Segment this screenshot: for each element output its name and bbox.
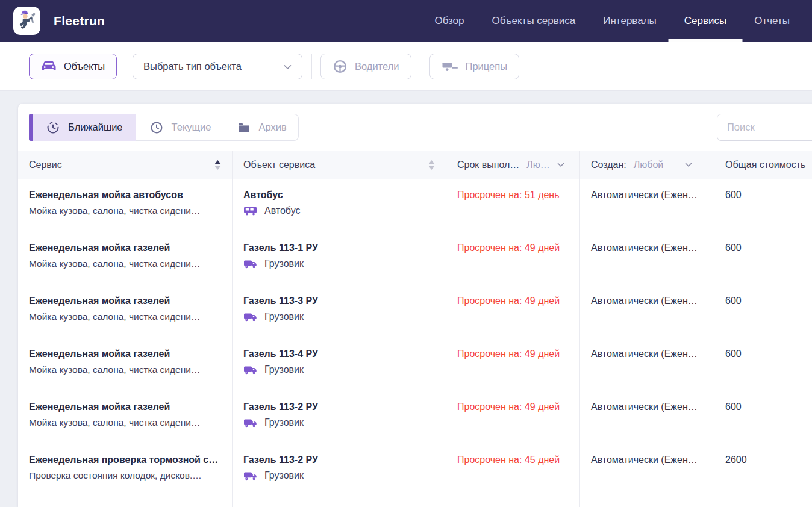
app-title: Fleetrun [54,14,105,28]
truck-icon [243,364,258,375]
main-navigation: Обзор Объекты сервиса Интервалы Сервисы … [420,0,812,42]
object-name: Газель 113-2 РУ [243,455,435,465]
truck-icon [243,417,258,428]
object-name: Газель 113-2 РУ [243,402,435,412]
object-type-select-value: Выбрать тип объекта [143,61,242,72]
service-title: Еженедельная мойка газелей [29,243,221,254]
service-description: Проверка состояния колодок, дисков.… [29,470,221,481]
cost-value: 600 [725,296,742,306]
table-header: Сервис Объект сервиса Срок выпол… Лю… Со… [18,151,812,179]
truck-icon [243,311,258,322]
chevron-down-icon [284,61,292,72]
service-cell: Еженедельная мойка газелей Мойка кузова,… [18,232,232,285]
due-date-cell: Просрочен на: 49 дней [446,338,579,391]
service-description: Мойка кузова, салона, чистка сидени… [29,311,221,322]
nav-item-reports[interactable]: Отчеты [740,0,804,42]
steering-wheel-icon [333,59,348,74]
trailer-icon [442,60,458,72]
created-cell: Автоматически (Ежен… [579,391,714,444]
object-type-label: Грузовик [264,417,304,428]
table-row[interactable]: Еженедельная мойка газелей Мойка кузова,… [18,285,812,338]
card-toolbar: Ближайшие Текущие Архив [18,104,812,151]
due-filter-value: Лю… [526,160,550,170]
column-label: Создан: [591,160,626,170]
tab-upcoming[interactable]: Ближайшие [33,114,136,141]
car-icon [41,60,57,72]
nav-item-service-objects[interactable]: Объекты сервиса [478,0,590,42]
created-cell: Автоматически (Ежен… [579,232,714,285]
sort-icon [214,160,221,170]
service-title: Еженедельная мойка газелей [29,349,221,359]
object-type-label: Автобус [264,205,301,216]
created-value: Автоматически (Ежен… [591,349,698,359]
nav-item-intervals[interactable]: Интервалы [589,0,670,42]
created-value: Автоматически (Ежен… [591,296,698,306]
table-row[interactable]: Еженедельная мойка автобусов Мойка кузов… [18,179,812,232]
history-clock-icon [46,120,60,135]
due-date-cell: Просрочен на: 45 дней [446,444,579,497]
created-cell: Автоматически (Ежен… [579,338,714,391]
column-label: Общая стоимость [725,160,805,170]
service-description: Мойка кузова, салона, чистка сидени… [29,258,221,269]
column-header-service-object[interactable]: Объект сервиса [232,151,446,179]
service-title: Еженедельная мойка автобусов [29,190,221,201]
due-date-cell: Просрочен на: 49 дней [446,391,579,444]
tab-archive[interactable]: Архив [225,114,299,141]
created-filter-value: Любой [634,160,664,170]
clock-icon [149,120,164,135]
nav-item-overview[interactable]: Обзор [420,0,478,42]
column-header-created[interactable]: Создан: Любой [579,151,714,179]
tab-current[interactable]: Текущие [136,114,225,141]
top-navbar: Fleetrun Обзор Объекты сервиса Интервалы… [0,0,812,42]
chevron-down-icon[interactable] [685,163,692,167]
due-date-cell: Просрочен на: 49 дней [446,232,579,285]
service-object-cell: Газель 113-1 РУ Грузовик [232,232,446,285]
cost-value: 2600 [725,455,747,465]
search-input[interactable] [717,114,812,141]
service-cell: Еженедельная мойка газелей Мойка кузова,… [18,285,232,338]
table-row[interactable]: Еженедельная мойка газелей Мойка кузова,… [18,232,812,285]
service-cell: Еженедельная мойка газелей Мойка кузова,… [18,338,232,391]
cost-value: 600 [725,243,742,253]
service-cell: Еженедельная мойка автобусов Мойка кузов… [18,179,232,232]
filter-divider [311,54,312,79]
table-row[interactable]: Еженедельная мойка газелей Мойка кузова,… [18,391,812,444]
chevron-down-icon[interactable] [557,163,564,167]
tab-current-label: Текущие [172,122,211,133]
service-object-cell: Газель 113-2 РУ Грузовик [232,444,446,497]
fleetrun-logo[interactable] [13,8,40,35]
service-title: Еженедельная мойка газелей [29,296,221,306]
empty-cell [232,497,446,507]
created-value: Автоматически (Ежен… [591,190,698,200]
tab-upcoming-label: Ближайшие [68,122,123,133]
table-row[interactable]: Еженедельная проверка тормозной с… Прове… [18,444,812,497]
table-row[interactable]: Еженедельная мойка газелей Мойка кузова,… [18,338,812,391]
object-name: Газель 113-1 РУ [243,243,435,254]
cost-cell: 600 [714,285,812,338]
service-cell: Еженедельная мойка газелей Мойка кузова,… [18,391,232,444]
service-description: Мойка кузова, салона, чистка сидени… [29,364,221,375]
created-value: Автоматически (Ежен… [591,455,698,465]
object-type-label: Грузовик [264,258,304,269]
truck-icon [243,470,258,481]
column-header-service[interactable]: Сервис [18,151,232,179]
drivers-filter-button[interactable]: Водители [320,54,411,79]
cost-value: 600 [725,190,742,200]
objects-filter-button[interactable]: Объекты [29,54,117,79]
column-header-due-date[interactable]: Срок выпол… Лю… [446,151,579,179]
overdue-status: Просрочен на: 49 дней [457,243,560,253]
object-type-select[interactable]: Выбрать тип объекта [133,54,302,79]
created-cell: Автоматически (Ежен… [579,285,714,338]
column-label: Сервис [29,160,62,170]
object-name: Газель 113-3 РУ [243,296,435,306]
column-header-total-cost[interactable]: Общая стоимость [714,151,812,179]
cost-value: 600 [725,349,742,359]
table-row-partial [18,497,812,507]
overdue-status: Просрочен на: 49 дней [457,402,560,412]
sort-icon [428,160,435,170]
table-body: Еженедельная мойка автобусов Мойка кузов… [18,179,812,507]
services-card: Ближайшие Текущие Архив [18,104,812,507]
nav-item-services[interactable]: Сервисы [670,0,740,42]
objects-filter-label: Объекты [64,61,105,72]
trailers-filter-button[interactable]: Прицепы [429,54,520,79]
